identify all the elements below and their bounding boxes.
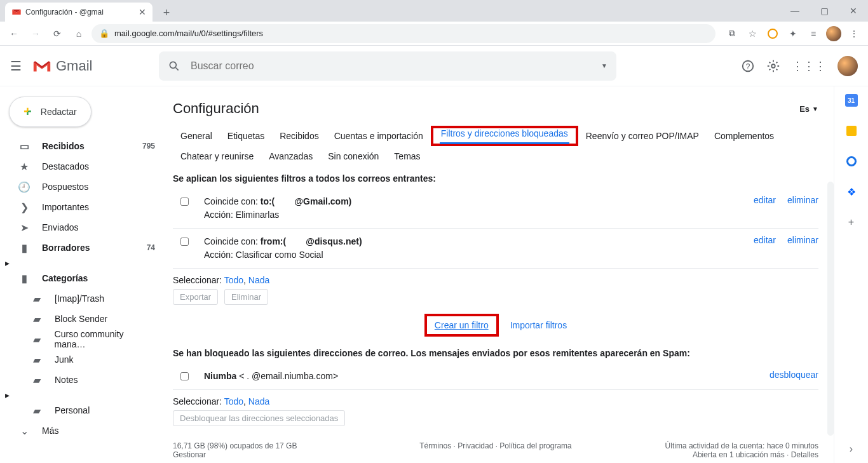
sidebar-item-block-sender[interactable]: ▰Block Sender (5, 309, 163, 329)
tasks-icon[interactable] (845, 155, 858, 168)
select-none-link[interactable]: Nada (248, 275, 269, 285)
create-filter-link[interactable]: Crear un filtro (435, 320, 489, 330)
compose-button[interactable]: + Redactar (9, 97, 92, 127)
calendar-icon[interactable]: 31 (845, 94, 858, 107)
expand-caret-icon[interactable]: ▸ (5, 390, 10, 400)
unblock-link[interactable]: desbloquear (770, 370, 818, 380)
sidebar-item-label: Importantes (42, 202, 89, 212)
language-switcher[interactable]: Es ▼ (799, 104, 818, 114)
sidebar-item-label: Borradores (42, 243, 90, 253)
new-tab-button[interactable]: + (158, 4, 175, 22)
sidebar-item-m-s[interactable]: ⌄Más (5, 420, 163, 441)
sidebar-item-personal[interactable]: ▰Personal (5, 400, 163, 420)
account-avatar[interactable] (837, 56, 858, 76)
sidebar-item-categor-as[interactable]: ▮Categorías (5, 268, 163, 288)
dropbox-icon[interactable]: ❖ (845, 185, 858, 198)
window-controls: — ▢ ✕ (780, 0, 868, 22)
minimize-icon[interactable]: — (780, 0, 810, 22)
close-window-icon[interactable]: ✕ (839, 0, 868, 22)
blocked-select-all-link[interactable]: Todo (224, 396, 243, 406)
filter-checkbox[interactable] (180, 198, 189, 206)
expand-caret-icon[interactable]: ▸ (5, 258, 10, 268)
search-input[interactable] (189, 60, 592, 72)
profile-avatar-icon[interactable] (825, 25, 843, 43)
addons-plus-icon[interactable]: + (845, 216, 858, 229)
filter-edit-link[interactable]: editar (754, 195, 776, 205)
bookmark-star-icon[interactable]: ☆ (743, 25, 761, 43)
filter-checkbox[interactable] (180, 238, 189, 246)
settings-tab-cuentas-e-importaci-n[interactable]: Cuentas e importación (327, 126, 431, 146)
manage-storage-link[interactable]: Gestionar (173, 450, 388, 459)
gmail-m-icon (32, 58, 52, 74)
reading-list-icon[interactable]: ≡ (804, 25, 822, 43)
delete-selected-button: Eliminar (224, 289, 268, 305)
filters-heading: Se aplican los siguientes filtros a todo… (173, 173, 818, 184)
settings-tab-reenv-o-y-correo-pop-imap[interactable]: Reenvío y correo POP/IMAP (578, 126, 707, 146)
settings-tab-sin-conexi-n[interactable]: Sin conexión (320, 146, 386, 166)
sidebar-item-count: 795 (142, 142, 155, 151)
gmail-logo[interactable]: Gmail (32, 58, 159, 74)
sidebar-item-label: Más (42, 426, 58, 436)
reload-icon[interactable]: ⟳ (48, 25, 66, 43)
open-external-icon[interactable]: ⧉ (723, 25, 741, 43)
blocked-checkbox[interactable] (180, 372, 189, 380)
settings-tab-complementos[interactable]: Complementos (707, 126, 782, 146)
sidebar-item-curso-community-mana-[interactable]: ▰Curso community mana… (5, 329, 163, 349)
url-text: mail.google.com/mail/u/0/#settings/filte… (114, 29, 263, 38)
blocked-select-none-link[interactable]: Nada (248, 396, 269, 406)
main-menu-icon[interactable]: ☰ (10, 58, 22, 74)
sidebar-item-destacados[interactable]: ★Destacados (5, 156, 163, 177)
select-filters-line: Seleccionar: Todo, Nada (173, 275, 818, 285)
forward-icon: → (27, 25, 44, 43)
label-icon: ▰ (31, 313, 43, 325)
sidebar-item-pospuestos[interactable]: 🕘Pospuestos (5, 177, 163, 197)
label-icon: ▰ (31, 354, 43, 366)
extensions-puzzle-icon[interactable]: ✦ (784, 25, 802, 43)
storage-text: 16,71 GB (98%) ocupados de 17 GB (173, 441, 388, 450)
details-link[interactable]: Detalles (791, 450, 818, 459)
sidebar-item-junk[interactable]: ▰Junk (5, 349, 163, 370)
sidebar-item-importantes[interactable]: ❯Importantes (5, 197, 163, 217)
sidebar-item-enviados[interactable]: ➤Enviados (5, 217, 163, 238)
window-titlebar: Configuración - @gmai ✕ + — ▢ ✕ (0, 0, 868, 22)
settings-tab-etiquetas[interactable]: Etiquetas (220, 126, 272, 146)
settings-tab-filtros-y-direcciones-bloqueadas[interactable]: Filtros y direcciones bloqueadas (433, 123, 576, 144)
settings-tab-temas[interactable]: Temas (386, 146, 428, 166)
extension1-icon[interactable] (764, 25, 782, 43)
policy-link[interactable]: Política del programa (499, 441, 571, 450)
gmail-wordmark: Gmail (56, 58, 92, 74)
support-icon[interactable]: ? (741, 59, 755, 73)
search-options-icon[interactable]: ▼ (601, 62, 607, 69)
label-icon: ▰ (31, 374, 43, 386)
import-filters-link[interactable]: Importar filtros (510, 320, 567, 330)
home-icon[interactable]: ⌂ (70, 25, 88, 43)
maximize-icon[interactable]: ▢ (810, 0, 839, 22)
browser-tab[interactable]: Configuración - @gmai ✕ (5, 3, 153, 22)
sidebar-item-notes[interactable]: ▰Notes (5, 370, 163, 390)
scrollbar[interactable] (827, 182, 834, 436)
privacy-link[interactable]: Privacidad (458, 441, 493, 450)
side-panel: 31 ❖ + › (834, 86, 868, 463)
terms-link[interactable]: Términos (419, 441, 451, 450)
expand-panel-icon[interactable]: › (845, 443, 858, 455)
search-bar[interactable]: ▼ (159, 51, 616, 81)
google-apps-icon[interactable]: ⋮⋮⋮ (792, 59, 826, 73)
filter-delete-link[interactable]: eliminar (787, 235, 818, 245)
keep-icon[interactable] (845, 124, 858, 137)
select-all-link[interactable]: Todo (224, 275, 243, 285)
settings-tab-general[interactable]: General (173, 126, 220, 146)
filter-edit-link[interactable]: editar (754, 235, 776, 245)
address-bar[interactable]: 🔒 mail.google.com/mail/u/0/#settings/fil… (92, 24, 715, 43)
label-icon: ▰ (31, 405, 43, 417)
sidebar-item--imap-trash[interactable]: ▰[Imap]/Trash (5, 288, 163, 309)
settings-tab-chatear-y-reunirse[interactable]: Chatear y reunirse (173, 146, 261, 166)
sidebar-item-recibidos[interactable]: ▭Recibidos795 (5, 136, 163, 156)
settings-gear-icon[interactable] (766, 59, 780, 73)
back-icon[interactable]: ← (5, 25, 23, 43)
sidebar-item-borradores[interactable]: ▮Borradores74 (5, 238, 163, 258)
filter-delete-link[interactable]: eliminar (787, 195, 818, 205)
browser-menu-icon[interactable]: ⋮ (845, 25, 863, 43)
settings-tab-recibidos[interactable]: Recibidos (272, 126, 326, 146)
close-tab-icon[interactable]: ✕ (139, 7, 146, 17)
settings-tab-avanzadas[interactable]: Avanzadas (261, 146, 320, 166)
